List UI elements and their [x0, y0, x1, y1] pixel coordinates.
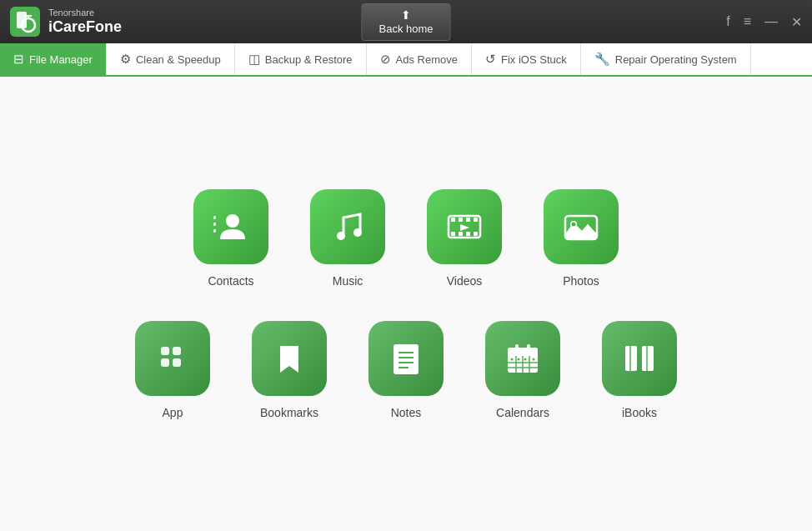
- tab-ads-remove[interactable]: ⊘ Ads Remove: [367, 43, 472, 75]
- svg-rect-5: [213, 216, 216, 219]
- tab-bar: ⊟ File Manager ⚙ Clean & Speedup ◫ Backu…: [0, 43, 812, 77]
- app-icon-box: [135, 321, 210, 396]
- svg-rect-17: [459, 232, 463, 236]
- photos-svg-icon: [560, 206, 602, 248]
- svg-rect-19: [474, 232, 478, 236]
- tab-clean-speedup[interactable]: ⚙ Clean & Speedup: [107, 43, 235, 75]
- backup-restore-tab-icon: ◫: [248, 52, 260, 67]
- ibooks-icon-box: [602, 321, 677, 396]
- tab-file-manager[interactable]: ⊟ File Manager: [0, 43, 107, 75]
- back-home-arrow-icon: ⬆: [401, 9, 411, 21]
- ibooks-item[interactable]: iBooks: [602, 321, 677, 419]
- notes-icon-box: [368, 321, 444, 396]
- svg-point-43: [533, 358, 535, 360]
- videos-icon-box: [427, 189, 502, 264]
- svg-rect-44: [515, 344, 519, 351]
- svg-point-8: [226, 214, 239, 228]
- minimize-icon[interactable]: —: [764, 14, 778, 29]
- music-label: Music: [333, 274, 363, 288]
- svg-rect-16: [451, 232, 455, 236]
- tab-backup-restore[interactable]: ◫ Backup & Restore: [235, 43, 367, 75]
- file-manager-tab-icon: ⊟: [13, 52, 24, 67]
- videos-svg-icon: [444, 206, 485, 248]
- main-content: Contacts Music: [0, 77, 812, 531]
- music-icon-box: [310, 189, 385, 264]
- app-logo-icon: [10, 7, 40, 37]
- fix-ios-stuck-tab-label: Fix iOS Stuck: [501, 53, 567, 66]
- company-name: Tenorshare: [48, 8, 122, 18]
- svg-rect-15: [474, 218, 478, 222]
- contacts-svg-icon: [210, 206, 252, 248]
- ads-remove-tab-icon: ⊘: [380, 52, 391, 67]
- icon-grid-row-2: App Bookmarks: [135, 321, 677, 419]
- clean-speedup-tab-label: Clean & Speedup: [136, 53, 221, 66]
- svg-rect-6: [213, 223, 216, 226]
- svg-rect-28: [393, 344, 419, 374]
- bookmarks-icon-box: [252, 321, 327, 396]
- svg-rect-26: [161, 358, 169, 367]
- svg-point-40: [511, 358, 514, 360]
- svg-marker-20: [460, 224, 469, 231]
- music-svg-icon: [327, 206, 368, 248]
- calendars-item[interactable]: Calendars: [485, 321, 560, 419]
- menu-icon[interactable]: ≡: [744, 14, 751, 29]
- svg-rect-45: [527, 344, 530, 351]
- svg-rect-25: [173, 347, 181, 355]
- svg-point-42: [524, 358, 527, 360]
- svg-rect-34: [508, 348, 538, 356]
- product-name: iCareFone: [48, 18, 122, 37]
- svg-point-10: [353, 228, 362, 237]
- notes-label: Notes: [391, 406, 422, 419]
- app-logo-area: Tenorshare iCareFone: [10, 7, 122, 37]
- photos-icon-box: [544, 189, 619, 264]
- clean-speedup-tab-icon: ⚙: [120, 52, 131, 67]
- notes-svg-icon: [385, 338, 427, 379]
- tab-fix-ios-stuck[interactable]: ↺ Fix iOS Stuck: [472, 43, 581, 75]
- icon-grid-row-1: Contacts Music: [193, 189, 619, 288]
- contacts-item[interactable]: Contacts: [193, 189, 268, 288]
- calendars-icon-box: [485, 321, 560, 396]
- title-bar: Tenorshare iCareFone ⬆ Back home f ≡ — ✕: [0, 0, 812, 43]
- bookmarks-label: Bookmarks: [260, 406, 318, 419]
- photos-item[interactable]: Photos: [544, 189, 619, 288]
- notes-item[interactable]: Notes: [368, 321, 444, 419]
- svg-point-9: [337, 232, 345, 240]
- svg-rect-12: [451, 218, 455, 222]
- svg-rect-24: [161, 347, 169, 355]
- videos-label: Videos: [447, 274, 483, 288]
- calendars-svg-icon: [502, 338, 544, 379]
- videos-item[interactable]: Videos: [427, 189, 502, 288]
- svg-rect-13: [459, 218, 463, 222]
- backup-restore-tab-label: Backup & Restore: [265, 53, 353, 66]
- app-name: Tenorshare iCareFone: [48, 8, 122, 37]
- calendars-label: Calendars: [496, 406, 549, 419]
- contacts-label: Contacts: [208, 274, 253, 288]
- bookmarks-item[interactable]: Bookmarks: [252, 321, 327, 419]
- app-item[interactable]: App: [135, 321, 210, 419]
- svg-point-41: [518, 358, 520, 360]
- svg-rect-27: [173, 358, 181, 367]
- fix-ios-stuck-tab-icon: ↺: [485, 52, 496, 67]
- back-home-label: Back home: [378, 23, 433, 35]
- repair-os-tab-label: Repair Operating System: [615, 53, 737, 66]
- tab-repair-os[interactable]: 🔧 Repair Operating System: [581, 43, 751, 75]
- back-home-button[interactable]: ⬆ Back home: [361, 3, 450, 41]
- svg-rect-47: [642, 346, 654, 371]
- contacts-icon-box: [193, 189, 268, 264]
- svg-rect-14: [466, 218, 470, 222]
- app-label: App: [163, 406, 183, 419]
- repair-os-tab-icon: 🔧: [594, 52, 610, 67]
- window-controls: f ≡ — ✕: [726, 14, 802, 30]
- app-svg-icon: [152, 338, 193, 379]
- ibooks-svg-icon: [619, 338, 660, 379]
- svg-rect-18: [466, 232, 470, 236]
- file-manager-tab-label: File Manager: [29, 53, 93, 66]
- close-icon[interactable]: ✕: [791, 14, 802, 30]
- bookmarks-svg-icon: [268, 338, 310, 379]
- svg-rect-46: [625, 346, 637, 371]
- ibooks-label: iBooks: [622, 406, 657, 419]
- music-item[interactable]: Music: [310, 189, 385, 288]
- svg-rect-7: [213, 229, 216, 233]
- photos-label: Photos: [563, 274, 599, 288]
- facebook-icon[interactable]: f: [726, 14, 729, 29]
